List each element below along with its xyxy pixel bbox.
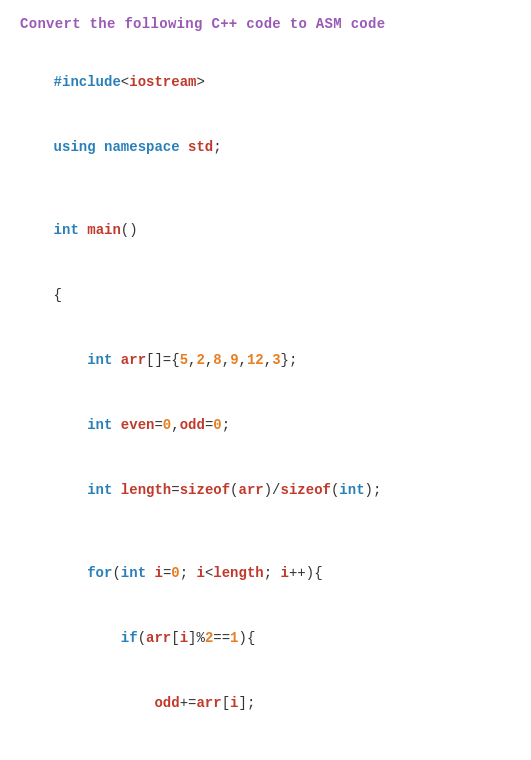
- prompt-line: Convert the following C++ code to ASM co…: [20, 16, 511, 32]
- line-include: #include<iostream>: [20, 50, 511, 115]
- line-arr-decl: int arr[]={5,2,8,9,12,3};: [20, 328, 511, 393]
- line-close-if: }: [20, 737, 511, 760]
- line-main-decl: int main(): [20, 198, 511, 263]
- line-using: using namespace std;: [20, 115, 511, 180]
- line-length: int length=sizeof(arr)/sizeof(int);: [20, 458, 511, 523]
- line-even-odd: int even=0,odd=0;: [20, 393, 511, 458]
- line-if: if(arr[i]%2==1){: [20, 607, 511, 672]
- line-odd-acc: odd+=arr[i];: [20, 672, 511, 737]
- code-block: #include<iostream> using namespace std; …: [20, 50, 511, 760]
- line-for: for(int i=0; i<length; i++){: [20, 541, 511, 606]
- line-open-brace: {: [20, 263, 511, 328]
